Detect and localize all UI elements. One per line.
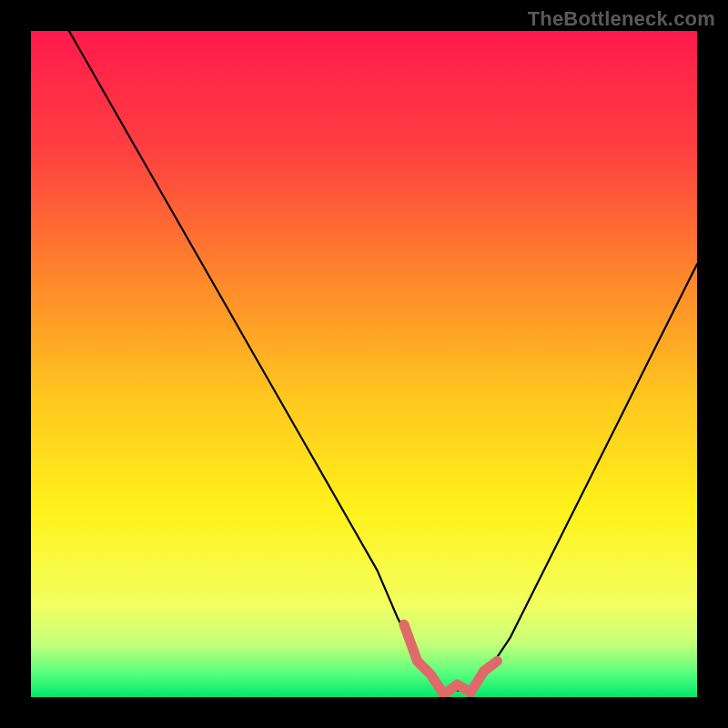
attribution-label: TheBottleneck.com [528,7,715,31]
bottleneck-curve-chart [0,0,728,728]
chart-stage: TheBottleneck.com [0,0,728,728]
gradient-background [31,31,697,697]
